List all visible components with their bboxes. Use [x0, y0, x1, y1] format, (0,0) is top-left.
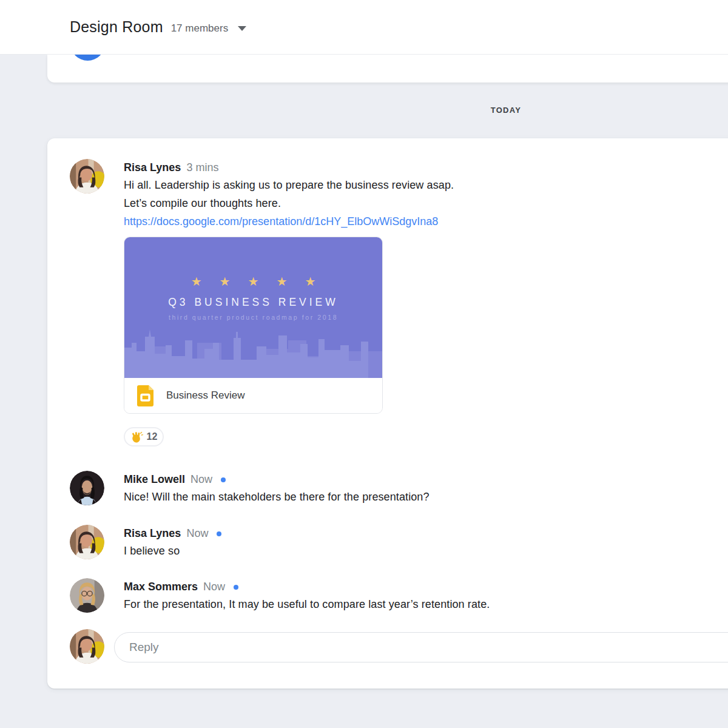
previous-thread-card-partial[interactable]: [47, 55, 728, 83]
message-timestamp: 3 mins: [186, 161, 218, 174]
chevron-down-icon[interactable]: [238, 26, 246, 31]
link-preview-card[interactable]: ★ ★ ★ ★ ★ Q3 BUSINESS REVIEW third quart…: [124, 237, 383, 414]
message-text-line: Let’s compile our thoughts here.: [124, 194, 454, 212]
message-text: Nice! Will the main stakeholders be ther…: [124, 488, 430, 506]
star-icon: ★: [305, 275, 315, 288]
message-risa-1: Risa Lynes 3 mins Hi all. Leadership is …: [70, 159, 454, 447]
clap-emoji-icon: [130, 431, 143, 443]
thread-card: Risa Lynes 3 mins Hi all. Leadership is …: [47, 138, 728, 689]
message-timestamp: Now: [190, 473, 212, 486]
chat-room-view: Design Room 17 members TODAY: [0, 0, 728, 728]
avatar-current-user: [70, 629, 104, 664]
message-timestamp: Now: [186, 527, 208, 540]
slide-thumbnail: ★ ★ ★ ★ ★ Q3 BUSINESS REVIEW third quart…: [124, 237, 382, 378]
avatar-mike-lowell: [70, 471, 104, 505]
slide-title: Q3 BUSINESS REVIEW: [124, 296, 382, 309]
google-slides-icon: [137, 385, 153, 406]
city-skyline-graphic: [124, 325, 383, 378]
avatar-max-sommers: [70, 578, 104, 613]
reply-row: [70, 629, 728, 664]
message-author: Max Sommers: [124, 581, 198, 593]
star-icon: ★: [276, 275, 287, 288]
message-text: For the presentation, It may be useful t…: [124, 595, 490, 613]
message-text: I believe so: [124, 542, 221, 560]
room-member-count[interactable]: 17 members: [171, 22, 228, 35]
link-preview-title: Business Review: [166, 389, 244, 402]
message-risa-2: Risa Lynes Now I believe so: [70, 525, 221, 560]
message-mike: Mike Lowell Now Nice! Will the main stak…: [70, 471, 430, 506]
message-author: Risa Lynes: [124, 161, 181, 174]
unread-dot: [221, 477, 226, 482]
avatar-risa-lynes: [70, 159, 104, 194]
unread-dot: [217, 531, 221, 536]
star-row: ★ ★ ★ ★ ★: [124, 275, 382, 288]
message-text-line: Hi all. Leadership is asking us to prepa…: [124, 176, 454, 194]
unread-dot: [234, 585, 238, 590]
date-divider: TODAY: [47, 106, 728, 115]
avatar-risa-lynes: [70, 525, 104, 559]
slide-subtitle: third quarter product roadmap for 2018: [124, 314, 382, 321]
room-header: Design Room 17 members: [0, 0, 728, 55]
message-author: Risa Lynes: [124, 527, 181, 540]
message-author: Mike Lowell: [124, 473, 185, 486]
star-icon: ★: [248, 275, 259, 288]
doc-link[interactable]: https://docs.google.com/presentation/d/1…: [124, 212, 438, 231]
reaction-count: 12: [147, 431, 158, 442]
avatar: [70, 55, 105, 61]
reaction-chip[interactable]: 12: [124, 427, 164, 447]
link-preview-footer: Business Review: [124, 378, 382, 413]
reply-input-pill[interactable]: [114, 632, 728, 662]
star-icon: ★: [191, 275, 202, 288]
reply-input[interactable]: [129, 641, 728, 654]
star-icon: ★: [220, 275, 231, 288]
message-timestamp: Now: [203, 581, 225, 593]
room-title[interactable]: Design Room: [70, 18, 163, 36]
message-max: Max Sommers Now For the presentation, It…: [70, 578, 490, 613]
